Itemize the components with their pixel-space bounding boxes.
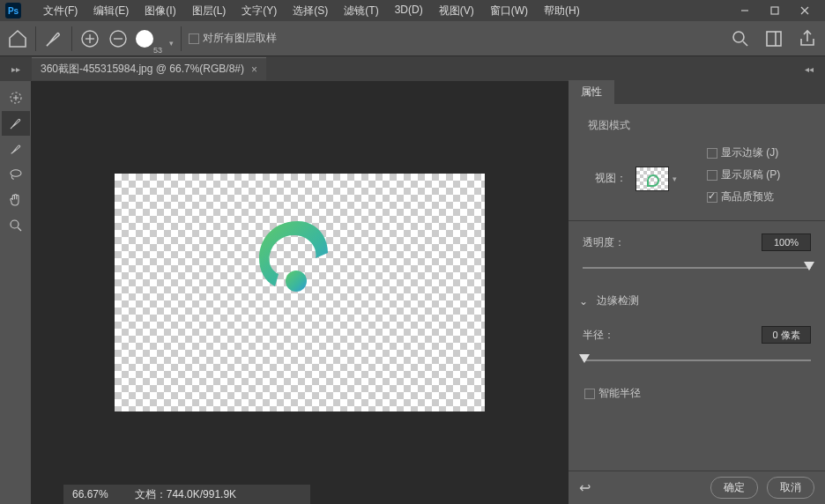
workspace: 66.67% 文档：744.0K/991.9K 属性 视图模式 视图： ▾ 显示… — [0, 81, 825, 504]
show-edge-checkbox[interactable]: 显示边缘 (J) — [705, 145, 811, 160]
svg-line-10 — [743, 41, 747, 46]
menu-bar: 文件(F) 编辑(E) 图像(I) 图层(L) 文字(Y) 选择(S) 滤镜(T… — [35, 0, 588, 22]
window-controls — [730, 0, 820, 21]
menu-image[interactable]: 图像(I) — [137, 0, 183, 22]
doc-info: 文档：744.0K/991.9K — [135, 487, 236, 502]
hand-tool[interactable] — [2, 188, 30, 212]
hq-preview-checkbox[interactable]: 高品质预览 — [705, 189, 811, 204]
home-icon[interactable] — [7, 28, 28, 49]
radius-input[interactable]: 0 像素 — [762, 326, 811, 344]
status-bar: 66.67% 文档：744.0K/991.9K — [63, 485, 310, 504]
opacity-input[interactable]: 100% — [762, 233, 811, 251]
panel-body: 视图模式 视图： ▾ 显示边缘 (J) 显示原稿 (P) 高品质预览 透明度： … — [569, 104, 825, 471]
svg-rect-11 — [767, 32, 781, 46]
menu-view[interactable]: 视图(V) — [431, 0, 482, 22]
menu-3d[interactable]: 3D(D) — [387, 0, 431, 22]
svg-point-9 — [733, 32, 744, 42]
checkbox-icon — [189, 33, 199, 44]
zoom-tool[interactable] — [2, 213, 30, 238]
canvas-area[interactable]: 66.67% 文档：744.0K/991.9K — [32, 81, 568, 504]
menu-filter[interactable]: 滤镜(T) — [336, 0, 386, 22]
edge-detect-section[interactable]: ⌄ 边缘检测 — [579, 293, 811, 308]
refine-brush-tool[interactable] — [2, 111, 30, 136]
chevron-down-icon: ⌄ — [579, 295, 588, 308]
divider — [181, 26, 182, 51]
left-toolbar — [0, 81, 32, 504]
quick-select-tool[interactable] — [2, 85, 30, 110]
brush-preview-icon[interactable] — [43, 28, 64, 49]
brush-tool[interactable] — [2, 137, 30, 161]
workspace-icon[interactable] — [763, 28, 784, 49]
share-icon[interactable] — [797, 28, 818, 49]
menu-select[interactable]: 选择(S) — [285, 0, 336, 22]
document-tab-bar: ▸▸ 360截图-455315984.jpg @ 66.7%(RGB/8#) ×… — [0, 56, 825, 81]
menu-help[interactable]: 帮助(H) — [536, 0, 588, 22]
options-bar: 53 ▾ 对所有图层取样 — [0, 21, 825, 56]
search-icon[interactable] — [730, 28, 751, 49]
brush-swatch[interactable]: 53 ▾ — [136, 30, 174, 48]
svg-point-15 — [11, 220, 19, 228]
reset-icon[interactable]: ↩ — [579, 479, 591, 496]
lasso-tool[interactable] — [2, 162, 30, 187]
svg-point-17 — [286, 271, 307, 292]
chevron-down-icon[interactable]: ▾ — [673, 174, 677, 183]
sample-all-layers-checkbox[interactable]: 对所有图层取样 — [189, 31, 277, 46]
panel-tab-row: 属性 — [569, 81, 825, 104]
radius-label: 半径： — [583, 328, 614, 343]
svg-line-16 — [18, 227, 21, 231]
minimize-button[interactable] — [730, 0, 760, 21]
divider — [35, 26, 36, 51]
zoom-level[interactable]: 66.67% — [72, 488, 108, 500]
subtract-mode-icon[interactable] — [108, 28, 129, 49]
titlebar: Ps 文件(F) 编辑(E) 图像(I) 图层(L) 文字(Y) 选择(S) 滤… — [0, 0, 825, 21]
brush-tip-icon — [136, 30, 153, 48]
menu-window[interactable]: 窗口(W) — [482, 0, 536, 22]
chevron-down-icon: ▾ — [169, 39, 174, 48]
panel-footer: ↩ 确定 取消 — [569, 471, 825, 504]
menu-file[interactable]: 文件(F) — [35, 0, 85, 22]
close-tab-icon[interactable]: × — [251, 63, 257, 76]
view-mode-heading: 视图模式 — [588, 118, 811, 133]
app-logo: Ps — [5, 3, 21, 19]
close-button[interactable] — [790, 0, 820, 21]
left-panel-toggle[interactable]: ▸▸ — [0, 56, 32, 81]
show-original-checkbox[interactable]: 显示原稿 (P) — [705, 167, 811, 182]
ok-button[interactable]: 确定 — [710, 477, 758, 499]
divider — [569, 220, 825, 221]
opacity-label: 透明度： — [583, 235, 625, 250]
canvas[interactable] — [115, 174, 485, 411]
svg-rect-1 — [771, 7, 778, 14]
add-mode-icon[interactable] — [79, 28, 100, 49]
brush-size-label: 53 — [153, 46, 162, 55]
menu-edit[interactable]: 编辑(E) — [85, 0, 137, 22]
cancel-button[interactable]: 取消 — [767, 477, 814, 499]
document-tab[interactable]: 360截图-455315984.jpg @ 66.7%(RGB/8#) × — [32, 57, 266, 80]
svg-point-14 — [11, 170, 21, 177]
document-content-logo — [247, 218, 335, 297]
view-label: 视图： — [583, 171, 635, 186]
maximize-button[interactable] — [760, 0, 790, 21]
right-panel-toggle[interactable]: ◂◂ — [793, 56, 825, 81]
opacity-slider[interactable] — [583, 260, 811, 276]
properties-tab[interactable]: 属性 — [569, 80, 614, 104]
divider — [71, 26, 72, 51]
menu-layer[interactable]: 图层(L) — [184, 0, 234, 22]
menu-type[interactable]: 文字(Y) — [234, 0, 285, 22]
radius-slider[interactable] — [583, 352, 811, 368]
view-thumbnail[interactable] — [635, 167, 669, 191]
properties-panel: 属性 视图模式 视图： ▾ 显示边缘 (J) 显示原稿 (P) 高品质预览 透明… — [568, 81, 825, 504]
document-tab-label: 360截图-455315984.jpg @ 66.7%(RGB/8#) — [41, 62, 244, 77]
smart-radius-checkbox[interactable]: 智能半径 — [583, 386, 811, 401]
sample-all-label: 对所有图层取样 — [203, 31, 277, 46]
